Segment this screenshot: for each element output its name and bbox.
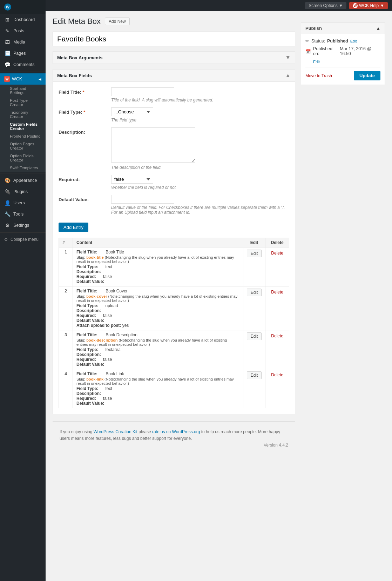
description-textarea[interactable]	[111, 127, 195, 163]
sidebar-item-plugins[interactable]: 🔌 Plugins	[0, 186, 46, 197]
delete-cell: Delete	[265, 286, 289, 330]
page-header: Edit Meta Box Add New	[53, 17, 295, 26]
calendar-icon: 📅	[305, 49, 311, 54]
table-row: 1 Field Title: Book Title Slug: book-tit…	[59, 247, 289, 286]
edit-status-link[interactable]: Edit	[350, 39, 357, 43]
publish-body: ✏ Status: Published Edit 📅 Published on:…	[301, 34, 385, 85]
table-row: 3 Field Title: Book Description Slug: bo…	[59, 330, 289, 369]
row-number: 2	[59, 286, 73, 330]
row-content: Field Title: Book Cover Slug: book-cover…	[73, 286, 243, 330]
delete-button[interactable]: Delete	[269, 289, 285, 296]
sidebar-item-media[interactable]: 🖼 Media	[0, 37, 46, 48]
required-label: Required:	[59, 175, 108, 182]
sidebar-item-taxonomy-creator[interactable]: Taxonomy Creator	[0, 108, 46, 120]
sidebar-item-custom-fields-creator[interactable]: Custom Fields Creator	[0, 120, 46, 132]
wck-help-button[interactable]: W WCK Help ▼	[349, 2, 388, 9]
topbar: Screen Options ▼ W WCK Help ▼	[46, 0, 392, 11]
delete-button[interactable]: Delete	[269, 250, 285, 257]
row-content: Field Title: Book Link Slug: book-link (…	[73, 369, 243, 408]
delete-cell: Delete	[265, 369, 289, 408]
sidebar-item-option-pages-creator[interactable]: Option Pages Creator	[0, 140, 46, 152]
sidebar-item-swift-templates[interactable]: Swift Templates	[0, 164, 46, 172]
meta-box-fields-header[interactable]: Meta Box Fields ▲	[53, 70, 295, 82]
sidebar-item-start-settings[interactable]: Start and Settings	[0, 85, 46, 97]
delete-button[interactable]: Delete	[269, 371, 285, 378]
meta-box-arguments-panel: Meta Box Arguments ▼	[53, 51, 295, 64]
published-on-value: Mar 17, 2016 @ 16:50	[340, 46, 380, 56]
wck-link[interactable]: WordPress Creation Kit	[94, 429, 137, 434]
sidebar-item-option-fields-creator[interactable]: Option Fields Creator	[0, 152, 46, 164]
sidebar-item-label: Settings	[13, 223, 29, 228]
sidebar-item-posts[interactable]: ✎ Posts	[0, 25, 46, 37]
default-value-input[interactable]	[111, 195, 174, 204]
media-icon: 🖼	[4, 39, 11, 45]
field-title-label: Field Title: *	[59, 87, 108, 95]
edit-button[interactable]: Edit	[247, 250, 262, 257]
collapse-menu[interactable]: ⊙ Collapse menu	[0, 234, 46, 245]
row-number: 3	[59, 330, 73, 369]
sidebar-item-label: Pages	[13, 51, 26, 56]
edit-cell: Edit	[243, 330, 265, 369]
sidebar-item-frontend-posting[interactable]: Frontend Posting	[0, 132, 46, 140]
row-content: Field Title: Book Title Slug: book-title…	[73, 247, 243, 286]
main-content: Screen Options ▼ W WCK Help ▼ Edit Meta …	[46, 0, 392, 581]
sidebar-item-label: Dashboard	[13, 17, 35, 22]
status-label: Status:	[311, 39, 325, 44]
field-title-row: Field Title: * Title of the field. A slu…	[59, 87, 289, 103]
required-hint: Whether the field is required or not	[111, 185, 289, 190]
add-new-button[interactable]: Add New	[105, 18, 130, 25]
col-content: Content	[73, 238, 243, 247]
field-title-input[interactable]	[111, 87, 174, 96]
edit-button[interactable]: Edit	[247, 332, 262, 340]
wck-label: WCK	[12, 77, 22, 81]
sidebar-item-label: Tools	[13, 212, 23, 217]
publish-title: Publish	[305, 26, 322, 31]
meta-box-arguments-title: Meta Box Arguments	[57, 55, 103, 60]
default-value-label: Default Value:	[59, 195, 108, 202]
description-row: Description: The description of the fiel…	[59, 127, 289, 170]
edit-date-link[interactable]: Edit	[313, 60, 320, 64]
sidebar-logo: W	[0, 0, 46, 14]
sidebar-item-label: Media	[13, 40, 25, 45]
row-number: 4	[59, 369, 73, 408]
screen-options-button[interactable]: Screen Options ▼	[305, 2, 346, 9]
row-number: 1	[59, 247, 73, 286]
required-select[interactable]: false true	[111, 175, 153, 184]
update-button[interactable]: Update	[354, 71, 380, 80]
move-to-trash-link[interactable]: Move to Trash	[305, 73, 332, 78]
col-edit: Edit	[243, 238, 265, 247]
field-type-select[interactable]: ...Choose text textarea upload checkbox …	[111, 107, 153, 116]
meta-box-arguments-header[interactable]: Meta Box Arguments ▼	[53, 52, 295, 64]
edit-button[interactable]: Edit	[247, 289, 262, 296]
sidebar-item-post-type-creator[interactable]: Post Type Creator	[0, 97, 46, 108]
right-sidebar: Publish ▲ ✏ Status: Published Edit 📅 Pub…	[301, 17, 385, 456]
settings-icon: ⚙	[4, 223, 11, 228]
sidebar-item-comments[interactable]: 💬 Comments	[0, 59, 46, 70]
status-row: ✏ Status: Published Edit	[305, 38, 380, 44]
field-type-hint: The field type	[111, 118, 289, 123]
field-title-display: Field Title: Book Title	[76, 250, 239, 255]
left-content-area: Edit Meta Box Add New Meta Box Arguments…	[53, 17, 295, 456]
sidebar-item-tools[interactable]: 🔧 Tools	[0, 209, 46, 220]
meta-box-title-input[interactable]	[53, 32, 295, 46]
sidebar-item-settings[interactable]: ⚙ Settings	[0, 220, 46, 231]
publish-divider	[305, 67, 380, 67]
dashboard-icon: ⊞	[4, 17, 11, 22]
rate-link[interactable]: rate us on WordPress.org	[152, 429, 200, 434]
meta-box-fields-body: Field Title: * Title of the field. A slu…	[53, 82, 295, 414]
panel-toggle-icon: ▼	[285, 54, 291, 61]
edit-button[interactable]: Edit	[247, 371, 262, 379]
delete-button[interactable]: Delete	[269, 332, 285, 339]
tools-icon: 🔧	[4, 211, 11, 217]
sidebar: W ⊞ Dashboard ✎ Posts 🖼 Media 📃 Pages 💬 …	[0, 0, 46, 581]
wck-icon: W	[4, 76, 10, 82]
edit-cell: Edit	[243, 247, 265, 286]
sidebar-item-dashboard[interactable]: ⊞ Dashboard	[0, 14, 46, 25]
sidebar-item-label: Appearance	[13, 178, 37, 183]
edit-cell: Edit	[243, 286, 265, 330]
add-entry-button[interactable]: Add Entry	[59, 223, 88, 232]
sidebar-item-appearance[interactable]: 🎨 Appearance	[0, 175, 46, 186]
wck-menu-header[interactable]: W WCK ◀	[0, 73, 46, 85]
sidebar-item-users[interactable]: 👤 Users	[0, 197, 46, 209]
sidebar-item-pages[interactable]: 📃 Pages	[0, 48, 46, 59]
